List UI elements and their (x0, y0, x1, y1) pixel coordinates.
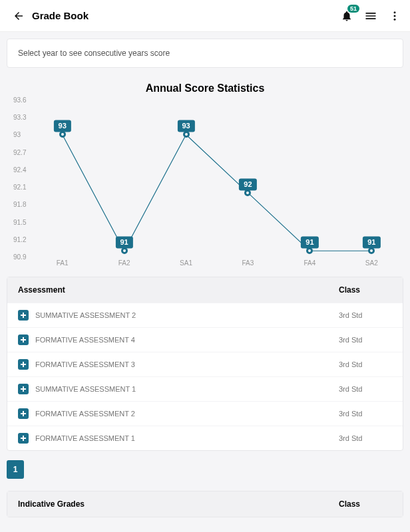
notification-badge: 51 (347, 5, 359, 13)
main-content: Select year to see consecutive years sco… (0, 32, 410, 532)
x-tick: FA1 (57, 259, 69, 267)
svg-point-2 (394, 18, 396, 20)
header-actions: 51 (339, 9, 402, 23)
y-tick: 92.1 (13, 184, 26, 191)
assessment-name: SUMMATIVE ASSESSMENT 2 (35, 311, 339, 319)
indicative-header: Indicative Grades Class (7, 491, 403, 517)
assessment-class: 3rd Std (339, 385, 392, 393)
more-button[interactable] (387, 9, 402, 23)
data-label: 91 (115, 237, 132, 249)
indicative-empty-text: No data available in table (7, 527, 403, 532)
assessment-table: Assessment Class SUMMATIVE ASSESSMENT 23… (7, 277, 403, 451)
table-row: SUMMATIVE ASSESSMENT 23rd Std (7, 303, 403, 327)
x-tick: SA1 (180, 259, 192, 267)
data-label: 92 (239, 178, 256, 190)
expand-row-button[interactable] (18, 334, 29, 345)
data-point[interactable] (121, 247, 128, 254)
app-header: Grade Book 51 (0, 0, 410, 32)
svg-point-1 (394, 15, 396, 17)
table-row: FORMATIVE ASSESSMENT 43rd Std (7, 327, 403, 352)
assessment-class: 3rd Std (339, 434, 392, 442)
assessment-name: FORMATIVE ASSESSMENT 1 (35, 434, 339, 442)
table-row: FORMATIVE ASSESSMENT 23rd Std (7, 401, 403, 426)
y-tick: 93 (13, 131, 21, 138)
y-tick: 91.2 (13, 235, 26, 243)
x-tick: FA3 (242, 259, 254, 267)
back-button[interactable] (8, 5, 29, 27)
data-label: 93 (177, 120, 194, 132)
assessment-class: 3rd Std (339, 311, 392, 319)
assessment-class: 3rd Std (339, 336, 392, 344)
assessment-class: 3rd Std (339, 360, 392, 368)
table-row: FORMATIVE ASSESSMENT 33rd Std (7, 352, 403, 376)
assessment-name: FORMATIVE ASSESSMENT 2 (35, 410, 339, 418)
menu-button[interactable] (363, 9, 378, 23)
y-tick: 92.4 (13, 166, 26, 173)
expand-row-button[interactable] (18, 433, 29, 444)
col-indicative: Indicative Grades (18, 499, 339, 509)
assessment-name: SUMMATIVE ASSESSMENT 1 (35, 385, 339, 393)
x-tick: SA2 (365, 259, 378, 267)
indicative-grades-table: Indicative Grades Class (7, 491, 403, 517)
y-tick: 93.3 (13, 114, 26, 121)
col-class-2: Class (339, 499, 392, 509)
x-tick: FA2 (118, 259, 130, 267)
x-tick: FA4 (304, 259, 315, 267)
data-point[interactable] (306, 247, 313, 254)
expand-row-button[interactable] (18, 408, 29, 419)
assessment-name: FORMATIVE ASSESSMENT 3 (35, 360, 339, 368)
page-title: Grade Book (32, 10, 339, 21)
data-point[interactable] (244, 190, 251, 196)
data-label: 93 (54, 120, 71, 132)
year-select[interactable]: Select year to see consecutive years sco… (7, 39, 403, 68)
pagination: 1 (7, 460, 403, 479)
svg-point-0 (394, 11, 396, 13)
col-class: Class (339, 285, 392, 295)
data-point[interactable] (368, 247, 375, 254)
expand-row-button[interactable] (18, 310, 29, 321)
assessment-name: FORMATIVE ASSESSMENT 4 (35, 336, 339, 344)
y-tick: 90.9 (13, 253, 26, 261)
y-tick: 91.5 (13, 218, 26, 225)
table-row: FORMATIVE ASSESSMENT 13rd Std (7, 426, 403, 450)
y-tick: 93.6 (13, 96, 26, 104)
data-point[interactable] (59, 131, 66, 138)
expand-row-button[interactable] (18, 359, 29, 370)
expand-row-button[interactable] (18, 384, 29, 394)
chart-section: Annual Score Statistics 93.693.39392.792… (7, 82, 403, 273)
year-select-placeholder: Select year to see consecutive years sco… (18, 49, 170, 58)
data-label: 91 (363, 237, 380, 249)
notifications-button[interactable]: 51 (339, 9, 354, 23)
page-1-button[interactable]: 1 (7, 460, 24, 479)
table-row: SUMMATIVE ASSESSMENT 13rd Std (7, 376, 403, 401)
y-tick: 92.7 (13, 148, 26, 156)
assessment-class: 3rd Std (339, 410, 392, 418)
chart-title: Annual Score Statistics (7, 82, 403, 94)
chart: 93.693.39392.792.492.191.891.591.290.9 9… (13, 100, 397, 273)
data-label: 91 (301, 237, 318, 249)
table-header: Assessment Class (7, 277, 403, 303)
y-tick: 91.8 (13, 201, 26, 208)
data-point[interactable] (183, 131, 190, 138)
col-assessment: Assessment (18, 285, 339, 295)
